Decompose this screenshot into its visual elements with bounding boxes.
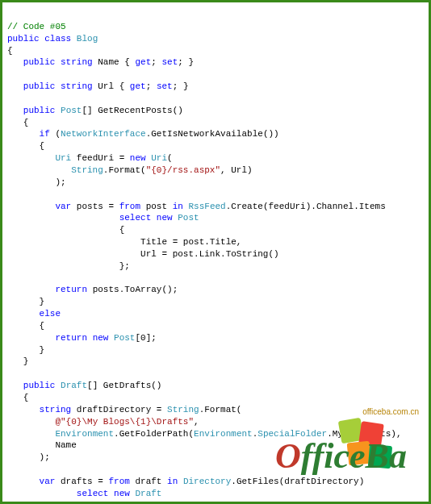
prop-name-id: Name	[98, 57, 119, 67]
comment-header: // Code #05	[7, 22, 66, 31]
env-type: Environment	[55, 429, 114, 439]
logo-url: officeba.com.cn	[362, 407, 419, 416]
prop-url-id: Url	[98, 81, 114, 91]
m2-ret: Draft	[61, 381, 87, 390]
logo-main: OfficeBa	[275, 436, 407, 476]
officeba-logo: officeba.com.cn OfficeBa	[267, 405, 421, 494]
var-kw: var	[55, 202, 71, 211]
directory-type: Directory	[183, 477, 231, 486]
m1-ret: Post	[61, 106, 82, 115]
m1-name: GetRecentPosts()	[98, 106, 183, 115]
fmt-string: "{0}/rss.aspx"	[146, 165, 220, 175]
string-type: String	[71, 165, 103, 175]
class-name: Blog	[77, 34, 98, 44]
prop-url-kw: public string	[23, 81, 98, 91]
uri-type: Uri	[55, 153, 71, 163]
code-frame: // Code #05 public class Blog { public s…	[0, 0, 431, 504]
brace: {	[7, 46, 13, 56]
m2-name: GetDrafts()	[103, 381, 162, 390]
post-type: Post	[178, 213, 199, 223]
else-kw: else	[40, 309, 61, 319]
prop-name-acc: {	[119, 57, 136, 67]
prop-name-kw: public string	[23, 57, 98, 67]
return-kw: return	[55, 285, 87, 294]
rssfeed-type: RssFeed	[188, 202, 225, 211]
m1-kw: public	[23, 106, 61, 115]
netif-type: NetworkInterface	[61, 129, 146, 139]
if-kw: if	[40, 129, 56, 139]
draft-type: Draft	[135, 489, 161, 498]
dd-string: @"{0}\My Blogs\{1}\Drafts"	[55, 417, 194, 427]
m2-kw: public	[23, 381, 61, 390]
class-keyword: public class	[7, 34, 77, 44]
